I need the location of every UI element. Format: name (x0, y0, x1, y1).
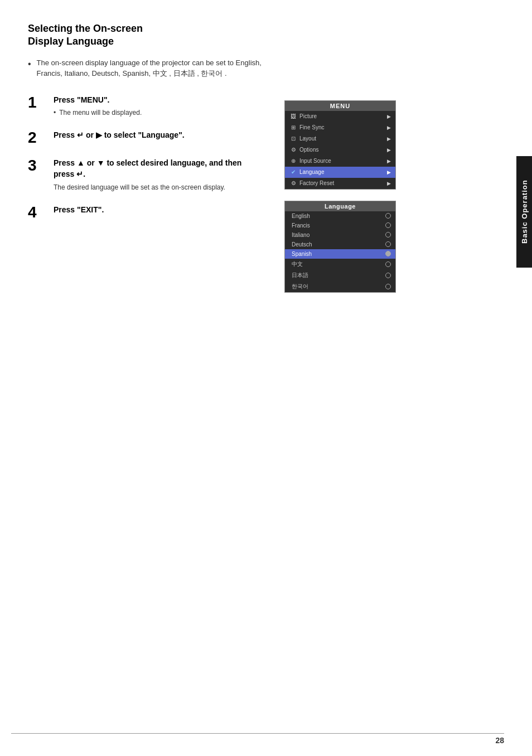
options-icon (289, 146, 297, 154)
menu-arrow-factory: ▶ (387, 181, 391, 186)
lang-item-chinese: 中文 (285, 259, 395, 270)
input-icon (289, 157, 297, 165)
lang-label-chinese: 中文 (292, 260, 303, 268)
lang-item-deutsch: Deutsch (285, 240, 395, 249)
lang-item-korean: 한국어 (285, 281, 395, 292)
finesync-icon (289, 124, 297, 132)
menu-arrow-options: ▶ (387, 147, 391, 153)
lang-item-spanish: Spanish (285, 249, 395, 259)
step-1-sub: • The menu will be displayed. (54, 108, 262, 118)
step-1-sub-text: The menu will be displayed. (59, 108, 142, 118)
lang-radio-japanese (385, 273, 391, 278)
lang-radio-spanish (385, 251, 391, 256)
title-line2: Display Language (28, 36, 114, 47)
steps-left: 1 Press "MENU". • The menu will be displ… (28, 95, 262, 293)
lang-radio-italiano (385, 232, 391, 238)
step-1-content: Press "MENU". • The menu will be display… (54, 95, 262, 118)
lang-item-japanese: 日本語 (285, 270, 395, 281)
menu-item-factory-label: Factory Reset (299, 180, 385, 186)
step-1-title: Press "MENU". (54, 95, 262, 106)
menu-item-input-label: Input Source (299, 158, 385, 164)
step-3-title: Press ▲ or ▼ to select desired language,… (54, 158, 262, 180)
page-title: Selecting the On-screen Display Language (28, 22, 504, 49)
lang-label-japanese: 日本語 (292, 272, 308, 279)
lang-label-korean: 한국어 (292, 283, 308, 290)
step-2-number: 2 (28, 130, 45, 146)
step-1-bullet-symbol: • (54, 108, 56, 118)
intro-text: The on-screen display language of the pr… (37, 57, 262, 79)
menu-item-finesync: Fine Sync ▶ (285, 122, 395, 133)
menu-item-language: Language ▶ (285, 167, 395, 178)
lang-label-francis: Francis (292, 222, 310, 229)
lang-label-english: English (292, 213, 310, 219)
menu-item-layout: Layout ▶ (285, 133, 395, 144)
step-4-title: Press "EXIT". (54, 205, 262, 216)
menu-item-language-label: Language (299, 169, 385, 175)
language-title-bar: Language (285, 201, 395, 211)
page-number: 28 (495, 736, 504, 745)
factory-icon (289, 180, 297, 187)
menu-item-finesync-label: Fine Sync (299, 124, 385, 130)
picture-icon (289, 113, 297, 120)
lang-label-spanish: Spanish (292, 251, 312, 257)
step-4-content: Press "EXIT". (54, 205, 262, 218)
menu-arrow-picture: ▶ (387, 114, 391, 119)
footer-line (11, 733, 504, 734)
lang-item-english: English (285, 211, 395, 221)
lang-radio-english (385, 213, 391, 219)
side-tab: Basic Operation (516, 156, 532, 268)
page-container: Basic Operation 28 Selecting the On-scre… (0, 0, 532, 756)
side-tab-label: Basic Operation (520, 180, 529, 244)
menu-item-input: Input Source ▶ (285, 156, 395, 167)
menu-item-layout-label: Layout (299, 135, 385, 142)
layout-icon (289, 135, 297, 143)
lang-radio-korean (385, 284, 391, 289)
step-4: 4 Press "EXIT". (28, 205, 262, 220)
lang-radio-deutsch (385, 241, 391, 247)
step-2-content: Press ↵ or ▶ to select "Language". (54, 130, 262, 143)
menu-arrow-language: ▶ (387, 169, 391, 175)
step-2: 2 Press ↵ or ▶ to select "Language". (28, 130, 262, 146)
menu-item-options: Options ▶ (285, 144, 395, 156)
step-1-number: 1 (28, 95, 45, 110)
lang-label-deutsch: Deutsch (292, 241, 312, 248)
steps-area: 1 Press "MENU". • The menu will be displ… (28, 95, 504, 293)
step-3-number: 3 (28, 158, 45, 173)
step-2-title: Press ↵ or ▶ to select "Language". (54, 130, 262, 141)
language-screenshot: Language English Francis Italiano De (284, 201, 396, 293)
menu-arrow-input: ▶ (387, 158, 391, 164)
steps-right: MENU Picture ▶ Fine Sync ▶ Layout (284, 95, 504, 293)
lang-label-italiano: Italiano (292, 232, 309, 238)
lang-item-francis: Francis (285, 221, 395, 230)
lang-radio-chinese (385, 261, 391, 267)
menu-item-picture-label: Picture (299, 113, 385, 119)
menu-item-picture: Picture ▶ (285, 111, 395, 122)
step-3: 3 Press ▲ or ▼ to select desired languag… (28, 158, 262, 192)
title-line1: Selecting the On-screen (28, 23, 143, 34)
main-content: Selecting the On-screen Display Language… (28, 22, 504, 293)
menu-screenshot: MENU Picture ▶ Fine Sync ▶ Layout (284, 100, 396, 190)
menu-title-bar: MENU (285, 101, 395, 111)
step-4-number: 4 (28, 205, 45, 220)
menu-item-factory: Factory Reset ▶ (285, 178, 395, 189)
intro-bullet-symbol: • (28, 57, 31, 79)
step-1: 1 Press "MENU". • The menu will be displ… (28, 95, 262, 118)
lang-item-italiano: Italiano (285, 230, 395, 240)
menu-arrow-finesync: ▶ (387, 125, 391, 130)
intro-section: • The on-screen display language of the … (28, 57, 262, 79)
step-3-content: Press ▲ or ▼ to select desired language,… (54, 158, 262, 192)
menu-item-options-label: Options (299, 147, 385, 153)
lang-radio-francis (385, 222, 391, 228)
menu-arrow-layout: ▶ (387, 136, 391, 142)
step-3-desc: The desired language will be set as the … (54, 182, 262, 192)
language-icon (289, 168, 297, 176)
